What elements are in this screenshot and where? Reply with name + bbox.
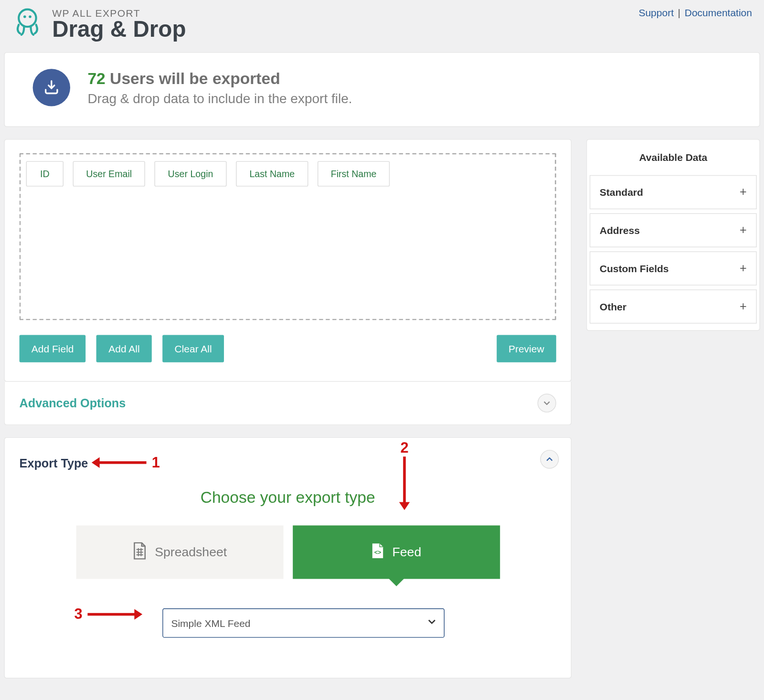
chevron-up-icon <box>545 455 553 463</box>
choose-export-type-label: Choose your export type <box>20 488 556 507</box>
available-group-custom-fields[interactable]: Custom Fields + <box>590 251 757 285</box>
feed-label: Feed <box>393 545 422 560</box>
available-group-label: Address <box>600 224 640 236</box>
advanced-expand-button[interactable] <box>538 394 556 413</box>
available-group-label: Standard <box>600 187 643 198</box>
link-documentation[interactable]: Documentation <box>685 7 752 18</box>
summary-panel: 72 Users will be exported Drag & drop da… <box>4 52 760 127</box>
chevron-down-icon <box>543 399 551 407</box>
field-chip[interactable]: User Login <box>154 161 226 186</box>
advanced-options-row[interactable]: Advanced Options <box>4 382 572 425</box>
feed-icon: <> <box>371 542 384 562</box>
available-data-title: Available Data <box>587 140 759 175</box>
available-group-label: Custom Fields <box>600 263 669 274</box>
svg-text:<>: <> <box>374 549 381 555</box>
available-group-label: Other <box>600 301 626 312</box>
field-chip[interactable]: ID <box>26 161 64 186</box>
field-chip[interactable]: User Email <box>73 161 145 186</box>
preview-button[interactable]: Preview <box>497 335 556 362</box>
available-group-address[interactable]: Address + <box>590 213 757 247</box>
page-title: Drag & Drop <box>52 17 186 40</box>
advanced-options-label: Advanced Options <box>20 396 126 410</box>
export-count-suffix: Users will be exported <box>106 69 280 87</box>
header: WP ALL EXPORT Drag & Drop Support | Docu… <box>4 4 760 52</box>
export-type-title: Export Type <box>20 456 556 470</box>
header-links: Support | Documentation <box>638 7 752 18</box>
svg-point-0 <box>19 10 36 27</box>
spreadsheet-label: Spreadsheet <box>155 545 227 560</box>
export-type-spreadsheet[interactable]: Spreadsheet <box>76 525 283 579</box>
logo-block: WP ALL EXPORT Drag & Drop <box>12 7 186 40</box>
expand-icon: + <box>740 223 747 237</box>
export-type-panel: Export Type Choose your export type <box>4 437 572 679</box>
summary-subtitle: Drag & drop data to include in the expor… <box>87 91 352 106</box>
expand-icon: + <box>740 261 747 275</box>
svg-point-1 <box>23 15 26 18</box>
logo-icon <box>12 7 42 40</box>
feed-format-select[interactable]: Simple XML Feed <box>162 608 445 638</box>
field-chip[interactable]: Last Name <box>236 161 308 186</box>
spreadsheet-icon <box>132 542 147 562</box>
link-separator: | <box>677 7 682 18</box>
add-all-button[interactable]: Add All <box>96 335 152 362</box>
available-group-other[interactable]: Other + <box>590 289 757 323</box>
export-icon <box>33 69 70 106</box>
svg-point-2 <box>29 15 32 18</box>
available-data-panel: Available Data Standard + Address + Cust… <box>586 139 760 331</box>
add-field-button[interactable]: Add Field <box>20 335 86 362</box>
fields-panel: ID User Email User Login Last Name First… <box>4 139 572 382</box>
export-count: 72 <box>87 69 105 87</box>
link-support[interactable]: Support <box>638 7 674 18</box>
clear-all-button[interactable]: Clear All <box>162 335 224 362</box>
export-type-feed[interactable]: <> Feed <box>293 525 500 579</box>
export-collapse-button[interactable] <box>540 450 559 468</box>
expand-icon: + <box>740 299 747 313</box>
available-group-standard[interactable]: Standard + <box>590 175 757 209</box>
field-chip[interactable]: First Name <box>318 161 390 186</box>
summary-title: 72 Users will be exported <box>87 69 352 88</box>
annotation-3: 3 <box>69 605 136 623</box>
expand-icon: + <box>740 185 747 199</box>
dropzone[interactable]: ID User Email User Login Last Name First… <box>20 153 556 320</box>
